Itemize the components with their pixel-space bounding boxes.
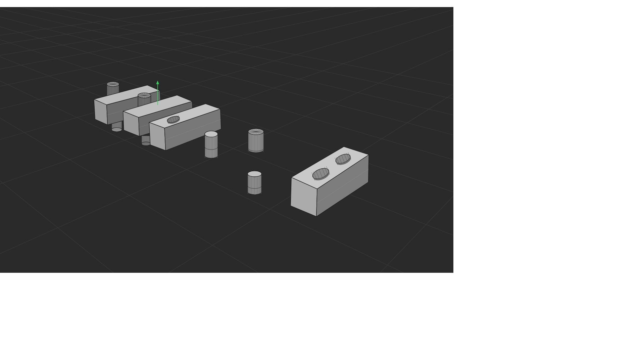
cylinder-b-bottom <box>142 136 151 146</box>
viewport-canvas[interactable] <box>3 7 453 273</box>
cylinder-c-loose <box>205 131 218 158</box>
cylinder-d1 <box>248 129 264 153</box>
cylinder-d2 <box>248 171 262 194</box>
